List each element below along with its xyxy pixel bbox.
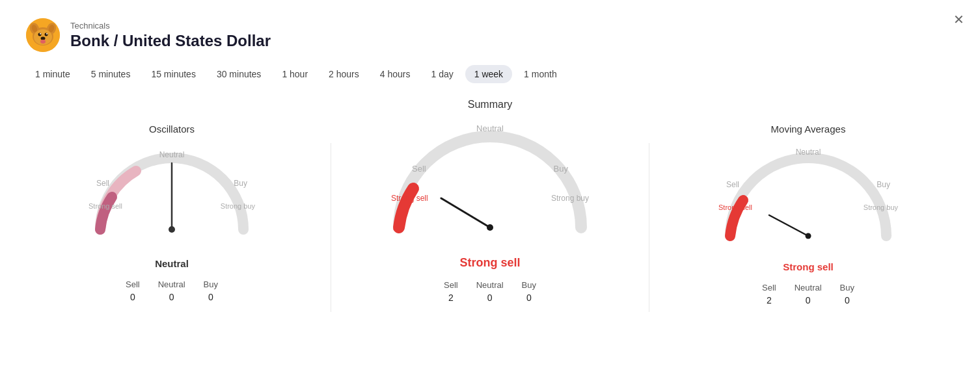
oscillators-counts: Sell 0 Neutral 0 Buy 0 — [126, 280, 218, 302]
svg-point-12 — [40, 40, 46, 44]
ma-strong-sell-label: Strong sell — [718, 203, 752, 211]
ma-neutral-label: Neutral — [796, 148, 821, 157]
osc-sell-count-value: 0 — [130, 292, 135, 302]
timeframe-item[interactable]: 1 day — [422, 65, 462, 83]
ma-buy-label: Buy — [877, 180, 890, 189]
logo-icon — [26, 18, 60, 52]
timeframe-item[interactable]: 1 minute — [26, 65, 79, 83]
ma-buy-count-label: Buy — [840, 283, 854, 292]
header-text: Technicals Bonk / United States Dollar — [70, 21, 271, 50]
timeframe-item[interactable]: 2 hours — [320, 65, 368, 83]
main-buy-count-value: 0 — [526, 292, 532, 303]
main-neutral-count-label: Neutral — [476, 280, 504, 290]
osc-strong-sell-label: Strong sell — [88, 202, 122, 210]
main-strong-buy-label: Strong buy — [551, 194, 589, 203]
oscillators-result: Neutral — [155, 258, 189, 269]
osc-buy-count-label: Buy — [204, 280, 218, 289]
divider-1 — [331, 143, 331, 312]
timeframe-item[interactable]: 1 month — [515, 65, 566, 83]
timeframe-item[interactable]: 4 hours — [371, 65, 420, 83]
gauges-row: Oscillators Neutral Sell Buy Strong sell… — [26, 124, 954, 312]
svg-line-17 — [769, 215, 808, 236]
svg-point-14 — [169, 226, 175, 233]
osc-sell-count-label: Sell — [126, 280, 140, 289]
ma-strong-buy-label: Strong buy — [864, 203, 898, 211]
oscillators-section: Oscillators Neutral Sell Buy Strong sell… — [26, 124, 318, 302]
oscillators-gauge-svg — [87, 145, 256, 242]
timeframe-bar: 1 minute5 minutes15 minutes30 minutes1 h… — [0, 65, 980, 99]
main-strong-sell-label: Strong sell — [391, 194, 428, 203]
svg-point-18 — [806, 233, 811, 239]
osc-buy-label: Buy — [234, 179, 247, 188]
summary-title: Summary — [26, 99, 954, 110]
moving-averages-section: Moving Averages Neutral Sell Buy Strong … — [662, 124, 954, 306]
osc-sell-count: Sell 0 — [126, 280, 140, 302]
svg-point-10 — [46, 33, 48, 34]
main-sell-count-label: Sell — [444, 280, 458, 290]
summary-gauge-svg — [386, 124, 594, 240]
osc-neutral-count-value: 0 — [169, 292, 174, 302]
section-label: Technicals — [70, 21, 271, 31]
page-title: Bonk / United States Dollar — [70, 32, 271, 50]
svg-point-9 — [40, 33, 41, 34]
timeframe-item[interactable]: 1 week — [465, 65, 512, 83]
osc-sell-label: Sell — [96, 179, 109, 188]
main-buy-count-label: Buy — [522, 280, 536, 290]
ma-title: Moving Averages — [771, 124, 846, 135]
ma-neutral-count: Neutral 0 — [795, 283, 822, 306]
ma-neutral-count-value: 0 — [806, 295, 811, 306]
svg-point-16 — [487, 224, 493, 231]
ma-neutral-count-label: Neutral — [795, 283, 822, 292]
osc-buy-count-value: 0 — [208, 292, 213, 302]
oscillators-title: Oscillators — [149, 124, 195, 135]
ma-result: Strong sell — [783, 261, 834, 272]
ma-sell-count: Sell 2 — [762, 283, 776, 306]
svg-point-11 — [41, 37, 46, 40]
header: Technicals Bonk / United States Dollar — [0, 0, 980, 65]
close-button[interactable]: ✕ — [953, 13, 964, 26]
divider-2 — [649, 143, 649, 312]
svg-point-8 — [45, 33, 48, 36]
timeframe-item[interactable]: 30 minutes — [208, 65, 270, 83]
svg-line-15 — [441, 198, 490, 228]
osc-neutral-label: Neutral — [159, 150, 185, 159]
osc-buy-count: Buy 0 — [204, 280, 218, 302]
osc-neutral-count-label: Neutral — [158, 280, 185, 289]
timeframe-item[interactable]: 1 hour — [273, 65, 317, 83]
main-sell-count: Sell 2 — [444, 280, 458, 303]
osc-neutral-count: Neutral 0 — [158, 280, 185, 302]
ma-sell-count-label: Sell — [762, 283, 776, 292]
summary-gauge-section: Neutral Sell Buy Strong sell Strong buy … — [344, 124, 636, 303]
main-content: Summary Oscillators Neutral Sell Buy Str… — [0, 99, 980, 312]
ma-counts: Sell 2 Neutral 0 Buy 0 — [762, 283, 854, 306]
main-buy-count: Buy 0 — [522, 280, 536, 303]
main-buy-label: Buy — [554, 164, 568, 174]
logo-svg — [26, 18, 60, 52]
summary-result: Strong sell — [459, 256, 520, 270]
main-neutral-count-value: 0 — [487, 292, 493, 303]
osc-strong-buy-label: Strong buy — [221, 202, 255, 210]
ma-buy-count-value: 0 — [845, 295, 850, 306]
svg-point-7 — [38, 33, 42, 36]
timeframe-item[interactable]: 15 minutes — [142, 65, 204, 83]
summary-counts: Sell 2 Neutral 0 Buy 0 — [444, 280, 536, 303]
ma-gauge-svg — [717, 145, 899, 246]
main-sell-label: Sell — [412, 164, 426, 174]
ma-sell-label: Sell — [726, 180, 739, 189]
ma-buy-count: Buy 0 — [840, 283, 854, 306]
timeframe-item[interactable]: 5 minutes — [82, 65, 140, 83]
main-sell-count-value: 2 — [448, 292, 454, 303]
ma-sell-count-value: 2 — [767, 295, 772, 306]
main-neutral-count: Neutral 0 — [476, 280, 504, 303]
main-neutral-label: Neutral — [476, 124, 504, 133]
